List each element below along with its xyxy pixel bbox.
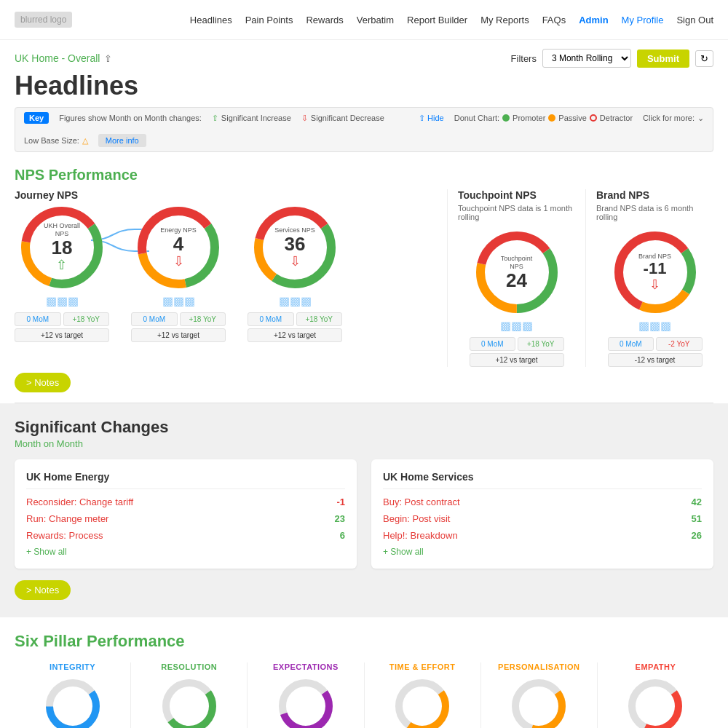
- key-sig-decrease: ⇩ Significant Decrease: [301, 114, 384, 123]
- pillar-resolution-chart[interactable]: [160, 677, 218, 728]
- sig-cards: UK Home Energy Reconsider: Change tariff…: [15, 459, 713, 569]
- nav-headlines[interactable]: Headlines: [190, 15, 232, 25]
- upload-icon[interactable]: ⇧: [104, 53, 112, 64]
- nav-sign-out[interactable]: Sign Out: [676, 15, 713, 25]
- breadcrumb-text: UK Home - Overall: [15, 52, 100, 64]
- key-bar: Key Figures show Month on Month changes:…: [15, 107, 713, 152]
- top-bar: blurred logo Headlines Pain Points Rewar…: [0, 0, 728, 40]
- page-header: UK Home - Overall ⇧ Filters 3 Month Roll…: [0, 40, 728, 68]
- pillar-integrity-chart[interactable]: [44, 677, 102, 728]
- headlines-section: Headlines: [0, 68, 728, 107]
- warning-icon: △: [82, 136, 88, 146]
- stat-boxes-0: 0 MoM +18 YoY +12 vs target: [15, 312, 109, 342]
- key-donut: Donut Chart: Promoter Passive Detractor: [454, 114, 633, 122]
- detractor-dot: [590, 114, 597, 122]
- sig-item-s0-value: 42: [692, 496, 702, 507]
- nav-rewards[interactable]: Rewards: [306, 15, 343, 25]
- nav-my-reports[interactable]: My Reports: [480, 15, 529, 25]
- top-nav: Headlines Pain Points Rewards Verbatim R…: [190, 15, 713, 25]
- pillar-expectations-chart[interactable]: [277, 677, 335, 728]
- journey-chart-0: UKH OverallNPS 18 ⇧ ▩▩▩ 0 MoM +18 YoY +: [15, 204, 109, 342]
- key-low-base: Low Base Size: △: [24, 136, 88, 146]
- sig-item-s2-value: 26: [692, 530, 702, 541]
- filter-select[interactable]: 3 Month Rolling: [542, 49, 631, 68]
- sig-item-1: Run: Change meter 23: [26, 513, 345, 524]
- pillar-resolution-name: RESOLUTION: [138, 662, 240, 671]
- sig-card-services: UK Home Services Buy: Post contract 42 B…: [371, 459, 713, 569]
- pillar-time-chart[interactable]: [393, 677, 451, 728]
- brand-nps-title: Brand NPS: [596, 189, 713, 201]
- sig-item-s0-label: Buy: Post contract: [383, 496, 460, 507]
- refresh-button[interactable]: ↻: [695, 50, 713, 67]
- pillar-resolution: RESOLUTION: [131, 662, 248, 728]
- donut-services[interactable]: Services NPS 36 ⇩: [251, 204, 339, 291]
- nav-report-builder[interactable]: Report Builder: [407, 15, 467, 25]
- arrow-down-icon: ⇩: [301, 114, 308, 123]
- donut-brand[interactable]: Brand NPS -11 ⇩: [612, 229, 699, 316]
- bar-chart-icon-2[interactable]: ▩▩▩: [279, 294, 312, 308]
- donut-touchpoint[interactable]: TouchpointNPS 24: [473, 229, 561, 316]
- bar-chart-icon-touchpoint[interactable]: ▩▩▩: [500, 319, 533, 333]
- sig-item-2-label: Rewards: Process: [26, 530, 103, 541]
- brand-chart: Brand NPS -11 ⇩ ▩▩▩ 0 MoM -2 YoY -12 vs …: [596, 229, 713, 367]
- journey-nps-title: Journey NPS: [15, 189, 435, 201]
- pillar-empathy-name: EMPATHY: [605, 662, 706, 671]
- stat-boxes-2: 0 MoM +18 YoY +12 vs target: [248, 312, 342, 342]
- nav-admin[interactable]: Admin: [579, 15, 608, 25]
- sig-item-0-label: Reconsider: Change tariff: [26, 496, 133, 507]
- nps-notes-button[interactable]: > Notes: [15, 373, 71, 392]
- key-badge: Key: [24, 112, 49, 124]
- pillar-personalisation-name: PERSONALISATION: [488, 662, 590, 671]
- nav-verbatim[interactable]: Verbatim: [357, 15, 394, 25]
- bar-chart-icon-brand[interactable]: ▩▩▩: [638, 319, 671, 333]
- nav-faqs[interactable]: FAQs: [542, 15, 566, 25]
- breadcrumb: UK Home - Overall ⇧: [15, 52, 112, 64]
- nav-my-profile[interactable]: My Profile: [622, 15, 664, 25]
- logo: blurred logo: [15, 12, 72, 28]
- filters-label: Filters: [511, 53, 537, 64]
- stat-boxes-touchpoint: 0 MoM +18 YoY +12 vs target: [470, 337, 564, 367]
- key-figures-text: Figures show Month on Month changes:: [59, 114, 202, 122]
- more-info-button[interactable]: More info: [98, 134, 146, 147]
- six-pillar-title: Six Pillar Performance: [15, 632, 713, 651]
- pillar-personalisation: PERSONALISATION: [481, 662, 598, 728]
- sig-item-s1-value: 51: [692, 513, 702, 524]
- bar-chart-icon-1[interactable]: ▩▩▩: [162, 294, 195, 308]
- sig-card-energy: UK Home Energy Reconsider: Change tariff…: [15, 459, 357, 569]
- stat-boxes-brand: 0 MoM -2 YoY -12 vs target: [608, 337, 703, 367]
- submit-button[interactable]: Submit: [637, 50, 689, 68]
- sig-item-s1: Begin: Post visit 51: [383, 513, 702, 524]
- donut-energy[interactable]: Energy NPS 4 ⇩: [135, 204, 222, 291]
- touchpoint-nps-title: Touchpoint NPS: [458, 189, 575, 201]
- pillar-time-effort: TIME & EFFORT: [365, 662, 481, 728]
- sig-item-s0: Buy: Post contract 42: [383, 496, 702, 507]
- touchpoint-subtitle: Touchpoint NPS data is 1 month rolling: [458, 204, 575, 221]
- sig-item-s2-label: Help!: Breakdown: [383, 530, 458, 541]
- pillar-empathy-chart[interactable]: [626, 677, 684, 728]
- filters-bar: Filters 3 Month Rolling Submit ↻: [511, 49, 713, 68]
- show-all-services[interactable]: + Show all: [383, 547, 702, 557]
- nps-section-title: NPS Performance: [15, 167, 713, 183]
- pillar-empathy: EMPATHY: [598, 662, 713, 728]
- sig-changes-title: Significant Changes: [15, 418, 713, 437]
- arrow-up-icon: ⇧: [212, 114, 218, 123]
- journey-chart-2: Services NPS 36 ⇩ ▩▩▩ 0 MoM +18 YoY +12: [248, 204, 342, 342]
- key-click-more: Click for more: ⌄: [643, 114, 704, 123]
- pillar-personalisation-chart[interactable]: [510, 677, 568, 728]
- bar-chart-icon-0[interactable]: ▩▩▩: [46, 294, 79, 308]
- sig-notes-button[interactable]: > Notes: [15, 580, 71, 600]
- passive-dot: [548, 114, 555, 122]
- pillar-expectations-name: EXPECTATIONS: [255, 662, 356, 671]
- show-all-energy[interactable]: + Show all: [26, 547, 345, 557]
- promoter-dot: [502, 114, 510, 122]
- hide-link[interactable]: ⇧ Hide: [419, 114, 444, 123]
- sig-item-2-value: 6: [340, 530, 345, 541]
- nav-pain-points[interactable]: Pain Points: [245, 15, 293, 25]
- journey-chart-1: Energy NPS 4 ⇩ ▩▩▩ 0 MoM +18 YoY +12 vs: [131, 204, 226, 342]
- nps-section: NPS Performance Journey NPS: [0, 159, 728, 403]
- donut-ukh[interactable]: UKH OverallNPS 18 ⇧: [18, 204, 106, 291]
- pillar-integrity: INTEGRITY: [15, 662, 131, 728]
- stat-boxes-1: 0 MoM +18 YoY +12 vs target: [131, 312, 226, 342]
- significant-changes-section: Significant Changes Month on Month UK Ho…: [0, 403, 728, 617]
- pillar-expectations: EXPECTATIONS: [248, 662, 364, 728]
